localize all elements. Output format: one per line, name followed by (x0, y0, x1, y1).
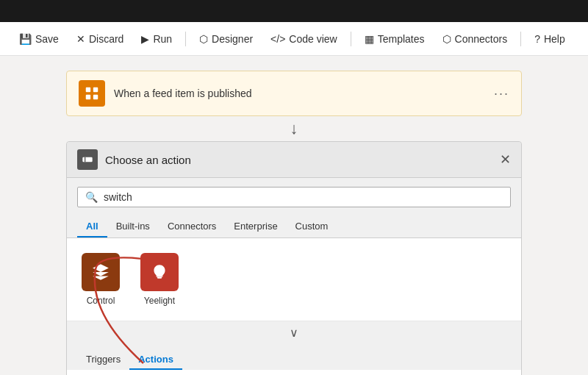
help-button[interactable]: ? Help (527, 29, 573, 49)
dialog-header: Choose an action ✕ (67, 142, 521, 178)
separator-3 (520, 32, 521, 46)
discard-icon: ✕ (76, 33, 85, 45)
result-control[interactable]: Control (77, 249, 124, 310)
trigger-icon (79, 80, 105, 107)
svg-rect-2 (93, 88, 98, 92)
trigger-more-button[interactable]: ··· (494, 86, 509, 101)
codeview-icon: </> (270, 33, 285, 45)
action-dialog: Choose an action ✕ 🔍 All Built-ins Conne… (66, 141, 522, 375)
yeelight-icon-box (140, 253, 179, 291)
svg-rect-5 (82, 157, 92, 162)
top-bar (0, 0, 588, 22)
separator (185, 32, 186, 46)
tab-builtins[interactable]: Built-ins (107, 216, 159, 238)
canvas: When a feed item is published ··· ↓ Choo… (0, 56, 588, 375)
templates-button[interactable]: ▦ Templates (357, 29, 432, 49)
templates-icon: ▦ (365, 33, 374, 45)
dialog-title: Choose an action (105, 154, 500, 166)
save-button[interactable]: 💾 Save (12, 29, 66, 49)
search-bar: 🔍 (77, 187, 511, 207)
trigger-block: When a feed item is published ··· (66, 71, 522, 116)
filter-tabs: All Built-ins Connectors Enterprise Cust… (67, 216, 521, 238)
results-area: Control Yeelight (67, 238, 521, 321)
toolbar: 💾 Save ✕ Discard ▶ Run ⬡ Designer </> Co… (0, 22, 588, 56)
search-input[interactable] (104, 191, 503, 203)
designer-button[interactable]: ⬡ Designer (192, 29, 260, 49)
tab-custom[interactable]: Custom (287, 216, 337, 238)
trigger-label: When a feed item is published (114, 88, 494, 99)
actions-area: Switch Control ℹ (67, 370, 521, 375)
run-icon: ▶ (141, 33, 149, 45)
subtab-triggers[interactable]: Triggers (77, 350, 129, 370)
tab-all[interactable]: All (77, 216, 107, 238)
control-label: Control (87, 296, 115, 306)
subtab-actions[interactable]: Actions (129, 350, 182, 370)
svg-rect-1 (86, 88, 90, 92)
help-icon: ? (534, 33, 540, 45)
search-icon: 🔍 (85, 191, 98, 203)
codeview-button[interactable]: </> Code view (263, 29, 345, 49)
svg-rect-7 (157, 277, 162, 279)
connectors-button[interactable]: ⬡ Connectors (435, 29, 515, 49)
designer-icon: ⬡ (199, 33, 208, 45)
tab-enterprise[interactable]: Enterprise (225, 216, 286, 238)
results-grid: Control Yeelight (77, 249, 511, 310)
connectors-icon: ⬡ (442, 33, 451, 45)
control-icon-box (82, 253, 120, 291)
dialog-close-button[interactable]: ✕ (500, 151, 511, 168)
discard-button[interactable]: ✕ Discard (69, 29, 131, 49)
sub-tabs: Triggers Actions (67, 344, 521, 370)
save-icon: 💾 (19, 33, 32, 45)
yeelight-label: Yeelight (144, 296, 175, 306)
svg-rect-4 (93, 95, 98, 99)
svg-rect-3 (86, 95, 90, 99)
separator-2 (351, 32, 351, 46)
dialog-header-icon (77, 149, 98, 170)
tab-connectors[interactable]: Connectors (159, 216, 225, 238)
expand-button[interactable]: ∨ (67, 321, 521, 344)
flow-arrow: ↓ (66, 116, 522, 141)
run-button[interactable]: ▶ Run (134, 29, 179, 49)
result-yeelight[interactable]: Yeelight (136, 249, 183, 310)
